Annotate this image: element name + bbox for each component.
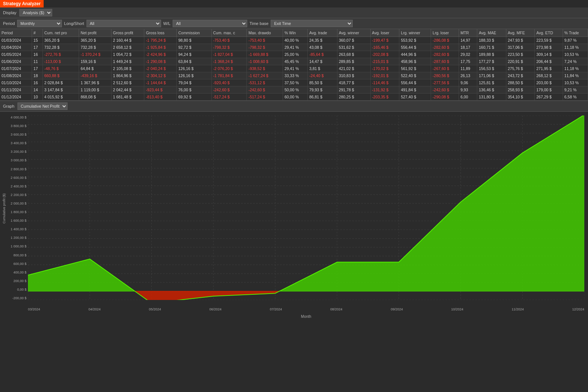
table-cell: -199,47 $ <box>370 37 399 44</box>
col-header: Avg. MAE <box>477 29 506 37</box>
col-header: Max. drawdo <box>247 29 283 37</box>
table-cell: 156,53 $ <box>477 65 506 72</box>
table-cell: 6,58 % <box>563 94 588 101</box>
table-cell: 79,04 $ <box>177 79 211 86</box>
table-cell: -280,56 $ <box>431 72 459 79</box>
col-header: Gross profit <box>111 29 144 37</box>
table-cell: 1 054,72 $ <box>111 51 144 58</box>
table-cell: 444,96 $ <box>399 51 431 58</box>
graph-label: Graph <box>3 104 15 108</box>
table-cell: 10,53 % <box>563 51 588 58</box>
col-header: Lrg. winner <box>399 29 431 37</box>
time-base-select[interactable]: Exit Time <box>271 20 353 27</box>
table-row: 01/08/202418660,88 $-439,16 $1 864,96 $-… <box>0 72 588 79</box>
table-cell: 527,40 $ <box>399 94 431 101</box>
table-row: 01/03/202415365,20 $365,20 $2 160,44 $-1… <box>0 37 588 44</box>
table-cell: 421,02 $ <box>337 65 370 72</box>
wl-select[interactable]: All <box>173 20 247 27</box>
table-cell: 171,06 $ <box>477 72 506 79</box>
y-axis-label: 1 600,00 $ <box>10 219 26 222</box>
table-cell: 9,87 % <box>563 37 588 44</box>
table-cell: -920,40 $ <box>211 79 247 86</box>
display-label: Display <box>3 10 16 15</box>
table-cell: 291,78 $ <box>337 86 370 94</box>
table-cell: 159,16 $ <box>79 58 111 65</box>
col-header: Cum. net pro <box>43 29 79 37</box>
table-cell: 188,33 $ <box>477 37 506 44</box>
table-cell: 16 <box>32 51 43 58</box>
table-cell: 01/03/2024 <box>0 37 32 44</box>
y-axis-label: 1 000,00 $ <box>10 244 26 248</box>
y-axis-label: -200,00 $ <box>12 296 26 300</box>
table-cell: 271,95 $ <box>535 65 563 72</box>
table-cell: 11,89 <box>459 65 477 72</box>
table-cell: 126,16 $ <box>177 72 211 79</box>
table-cell: 317,06 $ <box>506 44 535 51</box>
table-cell: -1 669,88 $ <box>247 51 283 58</box>
table-cell: 458,96 $ <box>399 58 431 65</box>
table-cell: 531,62 $ <box>337 44 370 51</box>
long-short-select[interactable]: All <box>87 20 161 27</box>
table-cell: -813,40 $ <box>144 94 177 101</box>
table-cell: 33,33 % <box>283 72 308 79</box>
table-cell: 2 658,12 $ <box>111 44 144 51</box>
table-cell: 29,41 % <box>283 44 308 51</box>
table-cell: 9,21 % <box>563 86 588 94</box>
table-row: 01/05/202416-272,76 $-1 370,24 $1 054,72… <box>0 51 588 58</box>
col-header: % Win <box>283 29 308 37</box>
table-cell: -1 827,04 $ <box>211 51 247 58</box>
table-cell: -1 795,24 $ <box>144 37 177 44</box>
table-cell: 2 512,60 $ <box>111 79 144 86</box>
graph-select[interactable]: Cumulative Net Profit <box>18 102 67 110</box>
table-cell: 94,24 $ <box>177 51 211 58</box>
y-axis-label: 2 800,00 $ <box>10 167 26 171</box>
table-cell: 45,45 % <box>283 58 308 65</box>
table-cell: -1 290,08 $ <box>144 58 177 65</box>
y-axis-label: 2 200,00 $ <box>10 193 26 197</box>
table-cell: 16 <box>32 79 43 86</box>
data-table: Period#Cum. net proNet profitGross profi… <box>0 29 588 101</box>
table-cell: -517,24 $ <box>211 94 247 101</box>
table-cell: -131,92 $ <box>370 86 399 94</box>
table-cell: 2 042,44 $ <box>111 86 144 94</box>
period-label: Period <box>3 21 15 26</box>
table-cell: -753,40 $ <box>247 37 283 44</box>
period-select[interactable]: Monthly <box>17 20 62 27</box>
table-cell: 1 367,96 $ <box>79 79 111 86</box>
y-axis-title: Cumulative profit ($) <box>2 193 6 224</box>
table-cell: -192,01 $ <box>370 72 399 79</box>
table-cell: 10 <box>32 94 43 101</box>
table-cell: 64,84 $ <box>79 65 111 72</box>
table-cell: 1 449,24 $ <box>111 58 144 65</box>
y-axis-label: 2 000,00 $ <box>10 202 26 205</box>
x-axis-label: 03/2024 <box>28 307 40 311</box>
x-axis-label: 05/2024 <box>149 307 161 311</box>
table-cell: 131,80 $ <box>477 94 506 101</box>
table-cell: -170,02 $ <box>370 65 399 72</box>
table-cell: 280,25 $ <box>337 94 370 101</box>
table-cell: 310,83 $ <box>337 72 370 79</box>
y-axis-label: 1 400,00 $ <box>10 227 26 231</box>
table-cell: 289,85 $ <box>337 58 370 65</box>
table-cell: -1 368,24 $ <box>211 58 247 65</box>
table-cell: 01/05/2024 <box>0 51 32 58</box>
table-body: 01/03/202415365,20 $365,20 $2 160,44 $-1… <box>0 37 588 101</box>
table-cell: -215,01 $ <box>370 58 399 65</box>
x-axis-label: 07/2024 <box>270 307 282 311</box>
table-cell: -113,00 $ <box>43 58 79 65</box>
col-header: Avg. winner <box>337 29 370 37</box>
x-axis-label: 10/2024 <box>451 307 463 311</box>
table-cell: -938,52 $ <box>247 65 283 72</box>
table-cell: 258,93 $ <box>506 86 535 94</box>
table-cell: -272,76 $ <box>43 51 79 58</box>
display-select[interactable]: Analysis ($) <box>19 9 52 16</box>
table-cell: 37,50 % <box>283 79 308 86</box>
table-cell: 868,08 $ <box>79 94 111 101</box>
col-header: Avg. loser <box>370 29 399 37</box>
table-cell: 3 147,84 $ <box>43 86 79 94</box>
y-axis-label: 2 400,00 $ <box>10 184 26 188</box>
table-cell: 60,00 % <box>283 94 308 101</box>
x-axis-label: 06/2024 <box>209 307 221 311</box>
table-cell: 9,06 <box>459 79 477 86</box>
table-cell: 561,92 $ <box>399 65 431 72</box>
